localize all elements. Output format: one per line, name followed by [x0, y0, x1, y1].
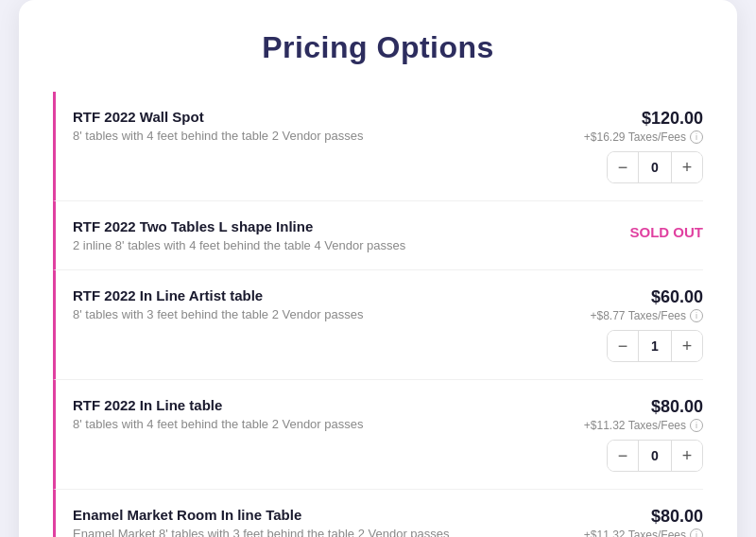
item-name: Enamel Market Room In line Table	[73, 507, 542, 523]
pricing-list: RTF 2022 Wall Spot 8' tables with 4 feet…	[53, 92, 703, 537]
item-pricing: $80.00 +$11.32 Taxes/Fees i − 0 +	[542, 397, 703, 472]
quantity-control: − 0 +	[607, 151, 703, 183]
item-taxes: +$11.32 Taxes/Fees i	[584, 528, 703, 537]
quantity-value: 0	[638, 152, 672, 182]
item-price: $80.00	[651, 507, 703, 527]
item-details: RTF 2022 In Line Artist table 8' tables …	[73, 287, 542, 321]
quantity-increase-button[interactable]: +	[672, 152, 702, 182]
item-taxes: +$11.32 Taxes/Fees i	[584, 419, 703, 432]
list-item: RTF 2022 Wall Spot 8' tables with 4 feet…	[53, 92, 703, 201]
item-price: $60.00	[651, 287, 703, 307]
quantity-control: − 1 +	[607, 330, 703, 362]
list-item: RTF 2022 In Line table 8' tables with 4 …	[53, 380, 703, 490]
info-icon[interactable]: i	[690, 528, 703, 537]
item-taxes: +$8.77 Taxes/Fees i	[590, 309, 703, 322]
quantity-value: 0	[638, 441, 672, 471]
item-description: 8' tables with 4 feet behind the table 2…	[73, 129, 542, 143]
quantity-decrease-button[interactable]: −	[608, 152, 638, 182]
item-name: RTF 2022 Two Tables L shape Inline	[73, 218, 542, 234]
quantity-increase-button[interactable]: +	[672, 441, 702, 471]
item-pricing: $120.00 +$16.29 Taxes/Fees i − 0 +	[542, 109, 703, 183]
item-name: RTF 2022 In Line table	[73, 397, 542, 413]
pricing-card: Pricing Options RTF 2022 Wall Spot 8' ta…	[19, 0, 737, 537]
item-details: RTF 2022 Wall Spot 8' tables with 4 feet…	[73, 109, 542, 143]
list-item: RTF 2022 In Line Artist table 8' tables …	[53, 270, 703, 380]
item-description: 8' tables with 3 feet behind the table 2…	[73, 307, 542, 321]
list-item: RTF 2022 Two Tables L shape Inline 2 inl…	[53, 201, 703, 270]
item-price: $120.00	[642, 109, 703, 129]
item-pricing: $80.00 +$11.32 Taxes/Fees i	[542, 507, 703, 537]
item-taxes: +$16.29 Taxes/Fees i	[584, 130, 703, 144]
item-description: 8' tables with 4 feet behind the table 2…	[73, 417, 542, 431]
item-pricing: SOLD OUT	[542, 218, 703, 240]
page-title: Pricing Options	[53, 30, 703, 65]
item-description: Enamel Market 8' tables with 3 feet behi…	[73, 527, 542, 537]
item-details: RTF 2022 Two Tables L shape Inline 2 inl…	[73, 218, 542, 252]
item-name: RTF 2022 Wall Spot	[73, 109, 542, 125]
quantity-decrease-button[interactable]: −	[608, 441, 638, 471]
quantity-control: − 0 +	[607, 440, 703, 472]
quantity-increase-button[interactable]: +	[672, 331, 702, 361]
quantity-decrease-button[interactable]: −	[608, 331, 638, 361]
quantity-value: 1	[638, 331, 672, 361]
info-icon[interactable]: i	[690, 309, 703, 322]
list-item: Enamel Market Room In line Table Enamel …	[53, 490, 703, 537]
item-description: 2 inline 8' tables with 4 feet behind th…	[73, 238, 542, 252]
item-pricing: $60.00 +$8.77 Taxes/Fees i − 1 +	[542, 287, 703, 362]
item-details: Enamel Market Room In line Table Enamel …	[73, 507, 542, 537]
item-name: RTF 2022 In Line Artist table	[73, 287, 542, 303]
info-icon[interactable]: i	[690, 419, 703, 432]
sold-out-badge: SOLD OUT	[630, 224, 704, 240]
item-price: $80.00	[651, 397, 703, 417]
info-icon[interactable]: i	[690, 130, 703, 144]
item-details: RTF 2022 In Line table 8' tables with 4 …	[73, 397, 542, 431]
